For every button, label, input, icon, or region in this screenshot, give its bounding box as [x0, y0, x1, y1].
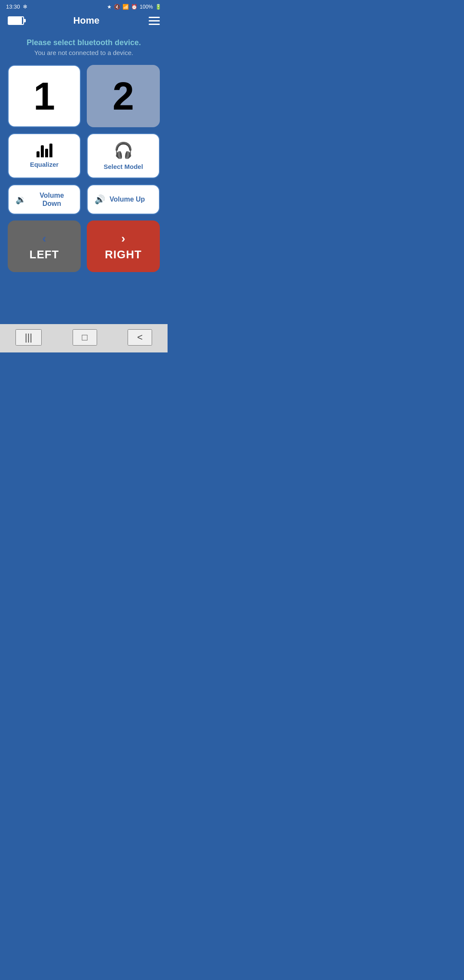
- volume-buttons-row: 🔉 Volume Down 🔊 Volume Up: [8, 184, 160, 214]
- equalizer-label: Equalizer: [30, 161, 59, 168]
- menu-button[interactable]: [149, 17, 160, 25]
- preset-1-label: 1: [34, 77, 55, 116]
- select-model-label: Select Model: [104, 163, 143, 170]
- equalizer-icon: [37, 144, 52, 157]
- battery-percent: 100%: [140, 4, 153, 10]
- wifi-icon: 📶: [122, 4, 129, 10]
- time-display: 13:30: [6, 3, 20, 10]
- home-icon: □: [82, 332, 88, 343]
- left-label: LEFT: [30, 248, 59, 261]
- select-model-button[interactable]: 🎧 Select Model: [87, 133, 160, 178]
- page-title: Home: [73, 15, 99, 26]
- menu-line-1: [149, 17, 160, 18]
- feature-buttons-row: Equalizer 🎧 Select Model: [8, 133, 160, 178]
- right-chevron-icon: ›: [121, 232, 125, 245]
- left-chevron-icon: ‹: [42, 232, 46, 245]
- bluetooth-status-icon: ★: [107, 4, 112, 10]
- nav-buttons-row: ‹ LEFT › RIGHT: [8, 220, 160, 272]
- back-icon: <: [137, 332, 143, 343]
- battery-full-icon: 🔋: [155, 4, 162, 10]
- right-button[interactable]: › RIGHT: [87, 220, 160, 272]
- home-button[interactable]: □: [73, 329, 97, 346]
- headphone-icon: 🎧: [114, 141, 133, 159]
- status-left: 13:30 ❄: [6, 3, 27, 10]
- recent-apps-icon: |||: [25, 332, 32, 343]
- left-button[interactable]: ‹ LEFT: [8, 220, 81, 272]
- recent-apps-button[interactable]: |||: [15, 329, 42, 346]
- volume-down-icon: 🔉: [15, 194, 26, 205]
- menu-line-3: [149, 24, 160, 25]
- alarm-icon: ⏰: [131, 4, 137, 10]
- status-bar: 13:30 ❄ ★ 🔇 📶 ⏰ 100% 🔋: [0, 0, 168, 12]
- preset-1-button[interactable]: 1: [8, 65, 81, 127]
- preset-2-button[interactable]: 2: [87, 65, 160, 127]
- bluetooth-title: Please select bluetooth device.: [8, 38, 160, 47]
- bluetooth-notice: Please select bluetooth device. You are …: [8, 38, 160, 56]
- equalizer-button[interactable]: Equalizer: [8, 133, 81, 178]
- volume-up-label: Volume Up: [110, 195, 145, 203]
- volume-down-label: Volume Down: [31, 191, 73, 208]
- volume-up-button[interactable]: 🔊 Volume Up: [87, 184, 160, 214]
- battery-icon: [8, 16, 24, 25]
- volume-up-icon: 🔊: [95, 194, 105, 205]
- preset-buttons-row: 1 2: [8, 65, 160, 127]
- wind-icon: ❄: [23, 3, 27, 10]
- preset-2-label: 2: [113, 77, 134, 116]
- menu-line-2: [149, 20, 160, 21]
- bluetooth-subtitle: You are not connected to a device.: [8, 49, 160, 56]
- app-bar: Home: [0, 12, 168, 32]
- mute-icon: 🔇: [114, 4, 120, 10]
- back-button[interactable]: <: [128, 329, 152, 346]
- right-label: RIGHT: [105, 248, 142, 261]
- volume-down-button[interactable]: 🔉 Volume Down: [8, 184, 81, 214]
- main-content: Please select bluetooth device. You are …: [0, 32, 168, 301]
- status-right: ★ 🔇 📶 ⏰ 100% 🔋: [107, 4, 162, 10]
- bottom-nav-bar: ||| □ <: [0, 324, 168, 352]
